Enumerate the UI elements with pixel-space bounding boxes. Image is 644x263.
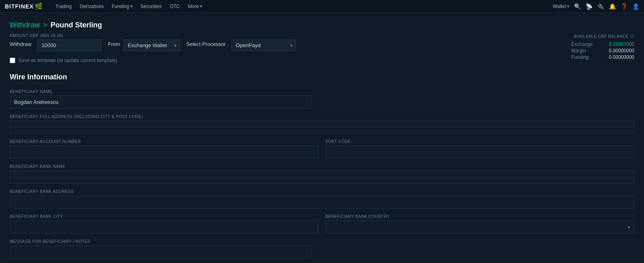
plug-icon[interactable]: 🔌 [597, 3, 604, 10]
notes-label: MESSAGE FOR BENEFICIARY / NOTES [10, 239, 634, 244]
logo-text: BITFINEX [5, 3, 34, 10]
breadcrumb-separator: > [43, 21, 47, 29]
breadcrumb-withdraw[interactable]: Withdraw [10, 21, 40, 29]
nav-items: Trading Derivatives Funding ▾ Securities… [52, 0, 553, 13]
breadcrumb: Withdraw > Pound Sterling [0, 13, 644, 33]
balance-info-icon[interactable]: ⓘ [630, 33, 635, 39]
bank-name-label: BENEFICIARY BANK NAME [10, 164, 634, 169]
nav-right: Wallet ▾ 🔍 📡 🔌 🔔 ❓ 👤 [553, 3, 639, 10]
amount-group: AMOUNT GBP (MIN 25.00) Withdraw [10, 33, 101, 51]
notes-group: MESSAGE FOR BENEFICIARY / NOTES [10, 239, 634, 259]
template-checkbox[interactable] [10, 58, 15, 63]
bank-address-label: BENEFICIARY BANK ADDRESS [10, 189, 634, 194]
wire-section: Wire Information BENEFICIARY NAME BENEFI… [10, 73, 634, 259]
nav-trading[interactable]: Trading [52, 0, 75, 13]
beneficiary-address-group: BENEFICIARY FULL ADDRESS (INCLUDING CITY… [10, 114, 634, 134]
signal-icon[interactable]: 📡 [586, 3, 592, 10]
bank-name-input[interactable] [10, 170, 634, 184]
funding-chevron-icon: ▾ [130, 4, 132, 8]
bank-address-input[interactable] [10, 195, 634, 209]
navbar: BITFINEX 🌿 Trading Derivatives Funding ▾… [0, 0, 644, 13]
amount-label: AMOUNT GBP (MIN 25.00) [10, 33, 101, 38]
processor-select-wrapper: OpenPayd [231, 39, 296, 51]
bank-city-group: BENEFICIARY BANK CITY [10, 214, 319, 234]
user-icon[interactable]: 👤 [632, 3, 639, 10]
balance-funding-row: Funding 0.00000000 [571, 54, 634, 60]
amount-row: AMOUNT GBP (MIN 25.00) Withdraw From Exc… [10, 33, 634, 51]
wallet-chevron-icon: ▾ [567, 4, 569, 8]
nav-securities[interactable]: Securities [137, 0, 165, 13]
notes-input[interactable] [10, 245, 312, 259]
search-icon[interactable]: 🔍 [574, 3, 581, 10]
from-label: From [108, 41, 120, 50]
from-select-wrapper: Exchange Wallet Margin Wallet Funding Wa… [124, 39, 180, 51]
beneficiary-name-input[interactable] [10, 95, 312, 109]
processor-select[interactable]: OpenPayd [231, 39, 296, 51]
more-chevron-icon: ▾ [200, 4, 202, 8]
sort-code-group: SORT CODE [325, 139, 634, 159]
account-number-group: BENEFICIARY ACCOUNT NUMBER [10, 139, 319, 159]
withdraw-text: Withdraw [10, 41, 31, 50]
balance-exchange-row: Exchange 3.25847000 [571, 41, 634, 47]
city-country-row: BENEFICIARY BANK CITY BENEFICIARY BANK C… [10, 214, 634, 239]
balance-margin-row: Margin 0.00000000 [571, 48, 634, 54]
bank-country-select[interactable] [325, 220, 634, 234]
bank-country-group: BENEFICIARY BANK COUNTRY [325, 214, 634, 234]
bank-name-group: BENEFICIARY BANK NAME [10, 164, 634, 184]
balance-panel: AVAILABLE GBP BALANCE ⓘ Exchange 3.25847… [571, 33, 634, 61]
wallet-dropdown[interactable]: Wallet ▾ [553, 4, 569, 9]
beneficiary-address-label: BENEFICIARY FULL ADDRESS (INCLUDING CITY… [10, 114, 634, 119]
amount-input[interactable] [37, 39, 101, 51]
sort-code-input[interactable] [325, 145, 634, 159]
exchange-balance-value: 3.25847000 [609, 41, 634, 47]
from-select[interactable]: Exchange Wallet Margin Wallet Funding Wa… [124, 39, 180, 51]
bank-city-input[interactable] [10, 220, 319, 234]
bank-country-select-wrapper [325, 220, 634, 234]
select-processor-label: Select Processor [186, 41, 226, 50]
balance-title: AVAILABLE GBP BALANCE ⓘ [571, 33, 634, 39]
beneficiary-name-group: BENEFICIARY NAME [10, 89, 634, 109]
nav-derivatives[interactable]: Derivatives [76, 0, 107, 13]
account-sort-row: BENEFICIARY ACCOUNT NUMBER SORT CODE [10, 139, 634, 164]
account-number-input[interactable] [10, 145, 319, 159]
beneficiary-name-label: BENEFICIARY NAME [10, 89, 634, 94]
template-row: Save as template (or update current temp… [10, 58, 634, 63]
help-icon[interactable]: ❓ [621, 3, 627, 10]
bank-country-label: BENEFICIARY BANK COUNTRY [325, 214, 634, 219]
nav-otc[interactable]: OTC [166, 0, 183, 13]
account-number-label: BENEFICIARY ACCOUNT NUMBER [10, 139, 319, 144]
breadcrumb-page: Pound Sterling [51, 21, 102, 29]
bank-address-group: BENEFICIARY BANK ADDRESS [10, 189, 634, 209]
wire-title: Wire Information [10, 73, 634, 81]
nav-funding[interactable]: Funding ▾ [108, 0, 135, 13]
bell-icon[interactable]: 🔔 [609, 3, 616, 10]
main-content: AVAILABLE GBP BALANCE ⓘ Exchange 3.25847… [0, 33, 644, 259]
nav-more[interactable]: More ▾ [185, 0, 205, 13]
template-label: Save as template (or update current temp… [19, 58, 117, 63]
sort-code-label: SORT CODE [325, 139, 634, 144]
beneficiary-address-input[interactable] [10, 120, 634, 134]
logo[interactable]: BITFINEX 🌿 [5, 2, 43, 10]
bank-city-label: BENEFICIARY BANK CITY [10, 214, 319, 219]
leaf-icon: 🌿 [35, 2, 43, 10]
